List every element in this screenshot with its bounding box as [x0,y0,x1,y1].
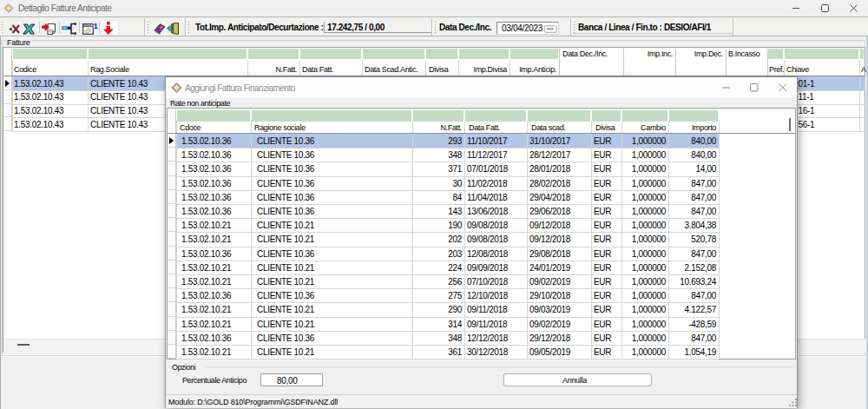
svg-text:1: 1 [94,22,98,30]
